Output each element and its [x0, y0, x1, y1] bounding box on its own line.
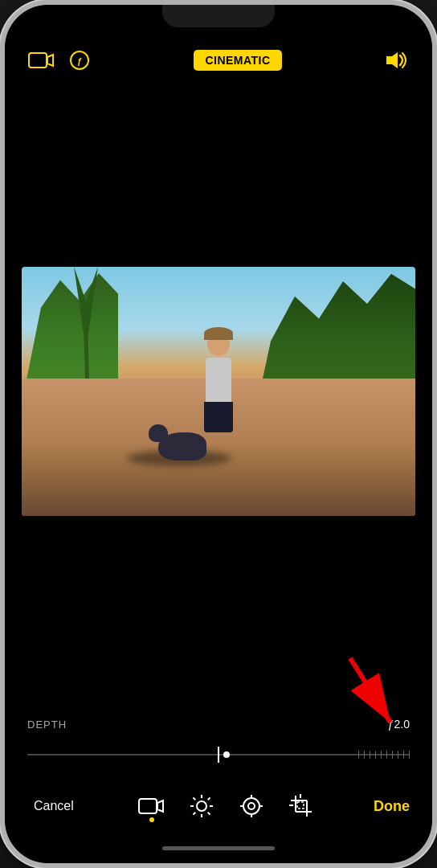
tick-7 [392, 751, 393, 759]
svg-line-14 [208, 797, 210, 800]
svg-line-13 [208, 813, 210, 815]
cinematic-badge[interactable]: CINEMATIC [194, 50, 281, 71]
tick-3 [370, 751, 370, 759]
person-hat [204, 327, 233, 340]
svg-point-17 [248, 803, 255, 809]
depth-section: DEPTH ƒ2.0 [27, 705, 410, 776]
svg-line-12 [194, 797, 196, 800]
tick-4 [375, 751, 376, 759]
image-area [5, 85, 432, 697]
person-head [207, 334, 230, 356]
tick-1 [358, 751, 359, 759]
slider-ticks [358, 751, 410, 759]
tick-10 [409, 751, 410, 759]
crop-button[interactable] [284, 788, 319, 824]
volume-down-button[interactable] [0, 246, 3, 297]
sound-icon[interactable] [382, 47, 410, 74]
svg-rect-26 [297, 802, 304, 809]
depth-slider[interactable] [27, 740, 410, 769]
tick-8 [398, 751, 398, 759]
focus-button[interactable] [234, 788, 269, 824]
slider-track [27, 754, 410, 755]
cancel-button[interactable]: Cancel [27, 792, 80, 820]
camera-record-icon[interactable] [27, 47, 55, 74]
volume-up-button[interactable] [0, 182, 3, 233]
svg-marker-6 [157, 800, 163, 812]
svg-marker-4 [386, 52, 398, 68]
svg-line-15 [194, 813, 196, 815]
svg-point-7 [197, 801, 206, 811]
photo-background [22, 267, 415, 516]
controls-area: DEPTH ƒ2.0 [5, 697, 432, 840]
toolbar-icons [134, 788, 319, 824]
svg-marker-1 [47, 55, 53, 66]
power-button[interactable] [434, 190, 437, 270]
svg-rect-5 [139, 799, 157, 813]
active-indicator [149, 817, 154, 822]
home-indicator [5, 840, 432, 863]
person-shorts [204, 402, 233, 432]
tick-9 [403, 751, 404, 759]
adjust-button[interactable] [184, 788, 219, 824]
svg-point-16 [243, 798, 259, 814]
depth-label: DEPTH [27, 719, 67, 731]
dog [158, 432, 206, 461]
video-tool-button[interactable] [134, 788, 169, 824]
fstop-value: ƒ2.0 [388, 718, 410, 731]
person [194, 334, 243, 446]
tick-5 [381, 751, 382, 759]
notch [162, 5, 275, 27]
slider-dot [223, 751, 230, 758]
aperture-icon[interactable]: ƒ [66, 47, 93, 74]
done-button[interactable]: Done [374, 798, 410, 815]
mute-button[interactable] [0, 133, 3, 162]
dog-body [158, 432, 206, 461]
top-left-icons: ƒ [27, 47, 93, 74]
svg-rect-0 [29, 53, 47, 68]
toolbar: Cancel [27, 776, 410, 840]
tick-2 [364, 751, 365, 759]
photo [22, 267, 415, 516]
svg-text:ƒ: ƒ [77, 56, 82, 66]
home-bar [162, 846, 275, 850]
depth-labels: DEPTH ƒ2.0 [27, 718, 410, 731]
screen: ƒ CINEMATIC [5, 5, 432, 863]
phone-frame: ƒ CINEMATIC [0, 0, 437, 868]
slider-center-line [218, 747, 219, 763]
person-body [206, 358, 231, 402]
tick-6 [386, 751, 387, 759]
dog-head [149, 424, 168, 442]
